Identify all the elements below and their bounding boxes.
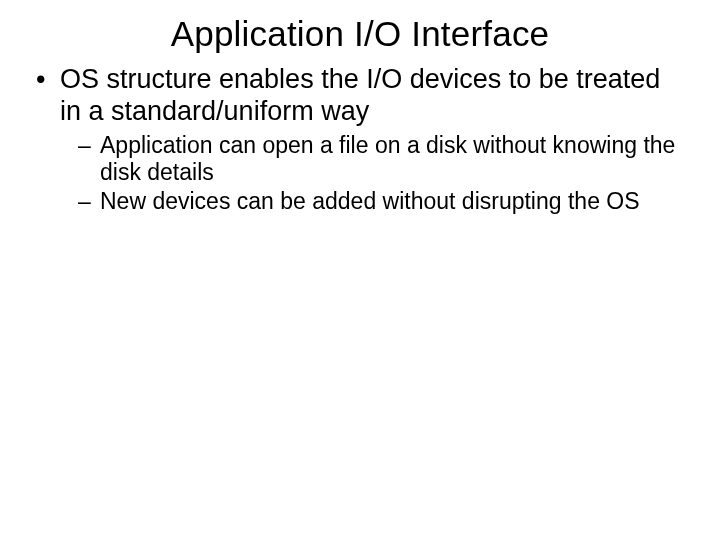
bullet-l2-text: New devices can be added without disrupt…: [100, 188, 640, 214]
bullet-l2: Application can open a file on a disk wi…: [78, 132, 688, 186]
bullet-list-level1: OS structure enables the I/O devices to …: [32, 64, 688, 215]
slide-body: OS structure enables the I/O devices to …: [0, 54, 720, 215]
bullet-l2: New devices can be added without disrupt…: [78, 188, 688, 215]
bullet-l1: OS structure enables the I/O devices to …: [32, 64, 688, 215]
bullet-l1-text: OS structure enables the I/O devices to …: [60, 64, 660, 126]
bullet-l2-text: Application can open a file on a disk wi…: [100, 132, 675, 185]
slide: Application I/O Interface OS structure e…: [0, 0, 720, 540]
bullet-list-level2: Application can open a file on a disk wi…: [60, 132, 688, 215]
slide-title: Application I/O Interface: [0, 0, 720, 54]
